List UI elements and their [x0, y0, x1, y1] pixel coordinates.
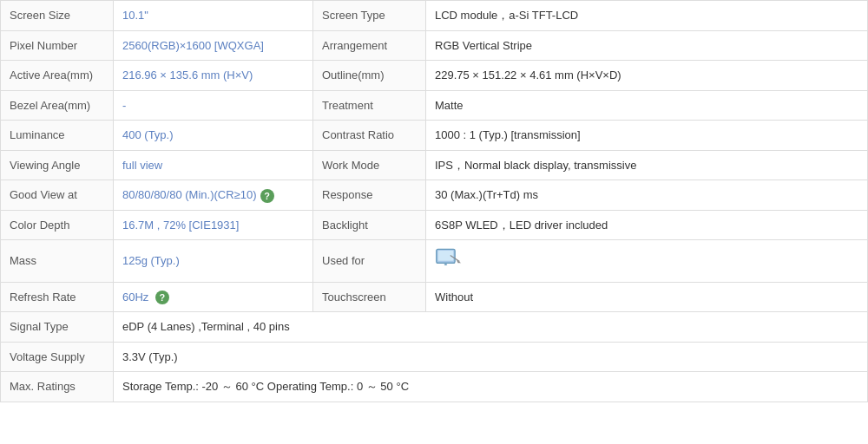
left-label-cell: Color Depth: [1, 210, 114, 240]
right-value-cell: IPS，Normal black display, transmissive: [426, 150, 868, 180]
right-value-cell: 6S8P WLED，LED driver included: [426, 210, 868, 240]
right-value-cell: 1000 : 1 (Typ.) [transmission]: [426, 121, 868, 151]
right-label-cell: Outline(mm): [313, 61, 426, 91]
left-label-cell: Bezel Area(mm): [1, 90, 114, 121]
left-value-cell: 60Hz ?: [114, 282, 313, 312]
right-label-cell: Touchscreen: [313, 282, 426, 312]
right-label-cell: Contrast Ratio: [313, 121, 426, 151]
right-value-cell: [426, 240, 868, 283]
full-row-value: eDP (4 Lanes) ,Terminal , 40 pins: [114, 312, 868, 343]
left-value-cell: full view: [114, 150, 313, 180]
left-value-cell: 2560(RGB)×1600 [WQXGA]: [114, 30, 313, 61]
left-label-cell: Active Area(mm): [1, 61, 114, 91]
full-row-label: Signal Type: [1, 312, 114, 343]
left-label-cell: Pixel Number: [1, 30, 114, 61]
right-label-cell: Treatment: [313, 90, 426, 121]
right-value-cell: 30 (Max.)(Tr+Td) ms: [426, 180, 868, 211]
full-row-label: Voltage Supply: [1, 342, 114, 372]
info-badge-2[interactable]: ?: [155, 291, 169, 304]
right-value-cell: RGB Vertical Stripe: [426, 30, 868, 61]
full-row-value: 3.3V (Typ.): [114, 342, 868, 372]
left-label-cell: Refresh Rate: [1, 282, 114, 312]
left-value-cell: 216.96 × 135.6 mm (H×V): [114, 61, 313, 91]
right-label-cell: Response: [313, 180, 426, 211]
left-label-cell: Luminance: [1, 121, 114, 151]
left-value-cell: 80/80/80/80 (Min.)(CR≥10)?: [114, 180, 313, 211]
left-value-cell: 10.1": [114, 1, 313, 31]
tablet-icon: [435, 246, 463, 269]
right-value-cell: Matte: [426, 90, 868, 121]
right-label-cell: Backlight: [313, 210, 426, 240]
left-label-cell: Good View at: [1, 180, 114, 211]
left-label-cell: Viewing Angle: [1, 150, 114, 180]
right-label-cell: Screen Type: [313, 1, 426, 31]
right-label-cell: Work Mode: [313, 150, 426, 180]
left-label-cell: Screen Size: [1, 1, 114, 31]
info-badge[interactable]: ?: [260, 189, 274, 203]
right-value-cell: Without: [426, 282, 868, 312]
left-label-cell: Mass: [1, 240, 114, 283]
spec-table: Screen Size10.1"Screen TypeLCD module，a-…: [0, 0, 868, 402]
right-label-cell: Arrangement: [313, 30, 426, 61]
right-value-cell: 229.75 × 151.22 × 4.61 mm (H×V×D): [426, 61, 868, 91]
full-row-label: Max. Ratings: [1, 372, 114, 402]
left-value-cell: 125g (Typ.): [114, 240, 313, 283]
left-value-cell: 400 (Typ.): [114, 121, 313, 151]
right-value-cell: LCD module，a-Si TFT-LCD: [426, 1, 868, 31]
left-value-cell: -: [114, 90, 313, 121]
full-row-value: Storage Temp.: -20 ～ 60 °C Operating Tem…: [114, 372, 868, 402]
right-label-cell: Used for: [313, 240, 426, 283]
svg-point-3: [444, 264, 448, 265]
left-value-cell: 16.7M , 72% [CIE1931]: [114, 210, 313, 240]
